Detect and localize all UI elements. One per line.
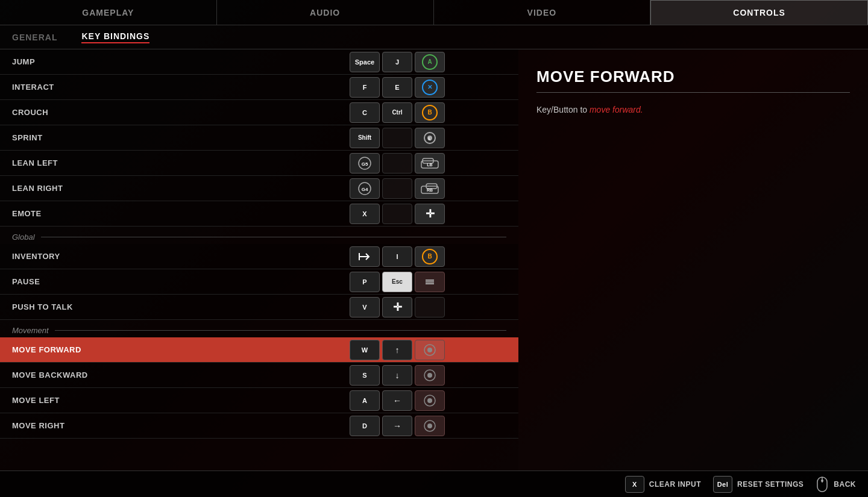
key-lean-left-kb1[interactable]: G5 (350, 153, 380, 173)
subtab-general[interactable]: GENERAL (12, 33, 57, 42)
key-jump-kb2[interactable]: J (382, 52, 412, 72)
key-move-backward-ctrl[interactable] (415, 365, 445, 386)
binding-row-pause[interactable]: PAUSE P Esc (0, 269, 518, 295)
binding-keys-interact: F E ✕ (350, 77, 445, 98)
key-sprint-ctrl[interactable]: L (415, 128, 445, 148)
reset-settings-action: Del RESET SETTINGS (713, 476, 804, 493)
key-move-backward-kb1[interactable]: S (350, 365, 380, 386)
key-jump-ctrl[interactable]: A (415, 52, 445, 72)
tab-controls[interactable]: CONTROLS (650, 0, 868, 25)
binding-row-interact[interactable]: INTERACT F E ✕ (0, 75, 518, 100)
key-move-forward-kb1[interactable]: W (350, 340, 380, 360)
svg-text:L: L (429, 137, 432, 141)
binding-name-interact: INTERACT (0, 83, 350, 92)
key-lean-left-ctrl[interactable]: LB (415, 153, 445, 173)
key-sprint-kb2[interactable] (382, 128, 412, 148)
binding-row-move-backward[interactable]: MOVE BACKWARD S ↓ (0, 363, 518, 388)
key-interact-kb2[interactable]: E (382, 77, 412, 98)
binding-name-pause: PAUSE (0, 277, 350, 286)
key-crouch-kb1[interactable]: C (350, 102, 380, 123)
key-move-left-kb1[interactable]: A (350, 390, 380, 411)
tab-gameplay[interactable]: GAMEPLAY (0, 0, 217, 25)
key-jump-kb1[interactable]: Space (350, 52, 380, 72)
binding-row-sprint[interactable]: SPRINT Shift L (0, 125, 518, 151)
back-label: BACK (834, 480, 856, 489)
key-inventory-kb1[interactable] (350, 246, 380, 267)
tab-icon (358, 252, 371, 261)
ls-down-icon (423, 369, 436, 382)
binding-row-crouch[interactable]: CROUCH C Ctrl B (0, 100, 518, 125)
arrow-up: ↑ (395, 345, 400, 355)
key-ptt-kb1[interactable]: V (350, 297, 380, 317)
key-interact-kb1[interactable]: F (350, 77, 380, 98)
info-description: Key/Button to move forward. (536, 105, 850, 114)
key-inventory-ctrl[interactable]: B (415, 246, 445, 267)
key-pause-kb1[interactable]: P (350, 272, 380, 292)
ctrl-icon-inv: B (422, 249, 438, 264)
key-crouch-ctrl[interactable]: B (415, 102, 445, 123)
key-move-left-ctrl[interactable] (415, 390, 445, 411)
key-pause-ctrl[interactable] (415, 272, 445, 292)
binding-name-jump: JUMP (0, 57, 350, 66)
clear-input-label: CLEAR INPUT (649, 480, 701, 489)
g5-icon: G5 (357, 156, 372, 170)
binding-name-move-left: MOVE LEFT (0, 396, 350, 405)
key-emote-kb1[interactable]: X (350, 204, 380, 224)
key-emote-ctrl[interactable]: ✛ (415, 204, 445, 224)
binding-keys-emote: X ✛ (350, 204, 445, 224)
binding-keys-sprint: Shift L (350, 128, 445, 148)
binding-row-jump[interactable]: JUMP Space J A (0, 49, 518, 75)
dpad-symbol: ✛ (426, 207, 435, 220)
subtab-key-bindings[interactable]: KEY BINDINGS (81, 31, 149, 43)
ls-left-icon (423, 394, 436, 407)
binding-name-emote: EMOTE (0, 209, 350, 218)
key-lean-right-kb2[interactable] (382, 178, 412, 199)
binding-row-move-right[interactable]: MOVE RIGHT D → (0, 413, 518, 439)
clear-input-key[interactable]: X (625, 476, 644, 493)
key-ptt-ctrl[interactable] (415, 297, 445, 317)
binding-row-emote[interactable]: EMOTE X ✛ (0, 201, 518, 227)
mouse-icon (816, 478, 829, 491)
dpad-symbol-ptt: ✛ (393, 301, 402, 314)
back-action[interactable]: BACK (816, 478, 856, 491)
binding-row-move-left[interactable]: MOVE LEFT A ← (0, 388, 518, 413)
key-lean-right-kb1[interactable]: G4 (350, 178, 380, 199)
key-sprint-kb1[interactable]: Shift (350, 128, 380, 148)
key-move-left-kb2[interactable]: ← (382, 390, 412, 411)
info-panel: MOVE FORWARD Key/Button to move forward. (518, 49, 868, 470)
binding-keys-pause: P Esc (350, 272, 445, 292)
tab-audio[interactable]: AUDIO (217, 0, 434, 25)
key-move-forward-ctrl[interactable] (415, 340, 445, 360)
key-crouch-kb2[interactable]: Ctrl (382, 102, 412, 123)
rb-icon: RB (421, 183, 439, 194)
binding-keys-move-left: A ← (350, 390, 445, 411)
binding-name-move-backward: MOVE BACKWARD (0, 370, 350, 380)
key-move-right-ctrl[interactable] (415, 416, 445, 436)
key-move-right-kb1[interactable]: D (350, 416, 380, 436)
arrow-right: → (393, 421, 401, 431)
key-move-right-kb2[interactable]: → (382, 416, 412, 436)
binding-name-move-forward: MOVE FORWARD (0, 345, 350, 354)
info-desc-prefix: Key/Button to (536, 105, 590, 114)
info-title: MOVE FORWARD (536, 67, 850, 93)
binding-row-lean-left[interactable]: LEAN LEFT G5 LB (0, 151, 518, 176)
key-lean-right-ctrl[interactable]: RB (415, 178, 445, 199)
bindings-panel: JUMP Space J A INTERACT F E ✕ (0, 49, 518, 470)
key-emote-kb2[interactable] (382, 204, 412, 224)
tab-video[interactable]: VIDEO (434, 0, 651, 25)
key-ptt-kb2[interactable]: ✛ (382, 297, 412, 317)
binding-row-move-forward[interactable]: MOVE FORWARD W ↑ (0, 337, 518, 363)
top-nav: GAMEPLAY AUDIO VIDEO CONTROLS (0, 0, 868, 25)
lb-icon: LB (421, 158, 439, 169)
key-move-backward-kb2[interactable]: ↓ (382, 365, 412, 386)
binding-row-push-to-talk[interactable]: PUSH TO TALK V ✛ (0, 295, 518, 320)
key-lean-left-kb2[interactable] (382, 153, 412, 173)
key-interact-ctrl[interactable]: ✕ (415, 77, 445, 98)
key-move-forward-kb2[interactable]: ↑ (382, 340, 412, 360)
reset-settings-key[interactable]: Del (713, 476, 732, 493)
binding-row-inventory[interactable]: INVENTORY I B (0, 244, 518, 269)
key-inventory-kb2[interactable]: I (382, 246, 412, 267)
binding-row-lean-right[interactable]: LEAN RIGHT G4 RB (0, 176, 518, 201)
key-pause-kb2[interactable]: Esc (382, 272, 412, 292)
svg-point-19 (427, 348, 432, 352)
